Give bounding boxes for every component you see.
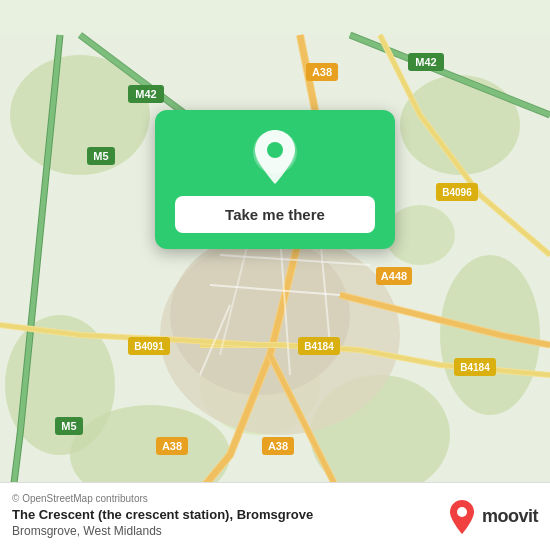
svg-text:M42: M42	[135, 88, 156, 100]
svg-text:M5: M5	[61, 420, 76, 432]
svg-text:A38: A38	[268, 440, 288, 452]
svg-text:A448: A448	[381, 270, 407, 282]
map-container: M42 M42 A38 M5 M5 B4096 A448 B4184 B4091…	[0, 0, 550, 550]
svg-text:B4184: B4184	[304, 341, 334, 352]
moovit-logo: moovit	[448, 499, 538, 535]
svg-text:B4091: B4091	[134, 341, 164, 352]
svg-text:B4096: B4096	[442, 187, 472, 198]
svg-point-46	[457, 507, 467, 517]
map-background: M42 M42 A38 M5 M5 B4096 A448 B4184 B4091…	[0, 0, 550, 550]
copyright-text: © OpenStreetMap contributors	[12, 493, 438, 504]
moovit-brand-text: moovit	[482, 506, 538, 527]
svg-text:M5: M5	[93, 150, 108, 162]
location-title: The Crescent (the crescent station), Bro…	[12, 507, 438, 524]
svg-point-2	[400, 75, 520, 175]
svg-text:A38: A38	[312, 66, 332, 78]
svg-text:A38: A38	[162, 440, 182, 452]
location-subtitle: Bromsgrove, West Midlands	[12, 524, 438, 540]
svg-text:M42: M42	[415, 56, 436, 68]
bottom-info: © OpenStreetMap contributors The Crescen…	[12, 493, 438, 539]
svg-point-9	[385, 205, 455, 265]
map-pin-icon	[251, 128, 299, 186]
take-me-there-button[interactable]: Take me there	[175, 196, 375, 233]
bottom-bar: © OpenStreetMap contributors The Crescen…	[0, 482, 550, 550]
location-card: Take me there	[155, 110, 395, 249]
svg-point-45	[267, 142, 283, 158]
moovit-pin-icon	[448, 499, 476, 535]
svg-text:B4184: B4184	[460, 362, 490, 373]
